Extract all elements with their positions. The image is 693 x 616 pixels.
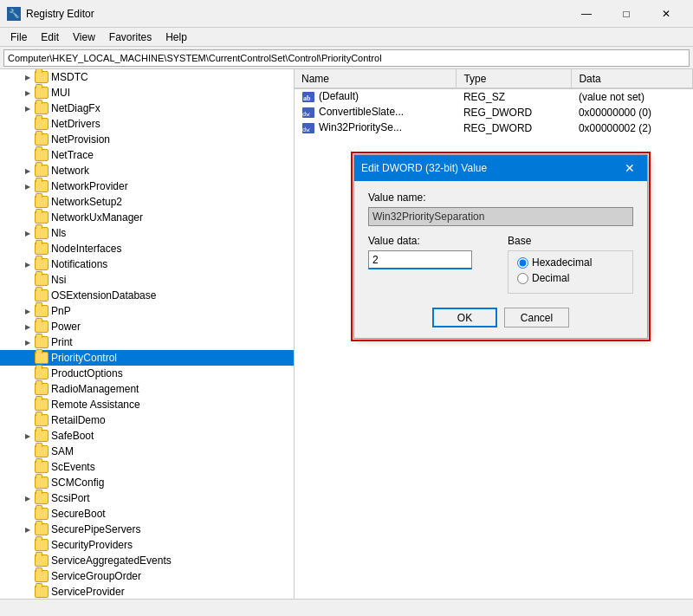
hexadecimal-option[interactable]: Hexadecimal: [517, 256, 624, 269]
tree-arrow-icon: [21, 117, 35, 131]
value-data-col: Value data:: [368, 235, 494, 294]
folder-icon: [35, 118, 49, 130]
menu-view[interactable]: View: [66, 28, 102, 47]
tree-item[interactable]: ScsiPort: [0, 490, 294, 506]
col-name[interactable]: Name: [295, 69, 457, 88]
col-type[interactable]: Type: [457, 69, 572, 88]
menu-favorites[interactable]: Favorites: [102, 28, 159, 47]
menu-edit[interactable]: Edit: [34, 28, 66, 47]
folder-icon: [35, 430, 49, 442]
tree-item[interactable]: Remote Assistance: [0, 397, 294, 412]
tree-item[interactable]: NetTrace: [0, 147, 294, 163]
tree-item[interactable]: ProductOptions: [0, 366, 294, 381]
tree-item[interactable]: Print: [0, 334, 294, 350]
menu-help[interactable]: Help: [159, 28, 194, 47]
tree-label: Remote Assistance: [51, 399, 140, 411]
value-data-input[interactable]: [368, 250, 472, 269]
tree-item[interactable]: SecureBoot: [0, 506, 294, 522]
tree-item[interactable]: NodeInterfaces: [0, 241, 294, 256]
folder-icon: [35, 414, 49, 426]
tree-label: SCMConfig: [51, 477, 104, 489]
tree-item[interactable]: NetworkSetup2: [0, 194, 294, 210]
close-button[interactable]: ✕: [646, 0, 686, 28]
tree-arrow-icon: [21, 148, 35, 162]
tree-item[interactable]: MSDTC: [0, 69, 294, 85]
col-data[interactable]: Data: [572, 69, 693, 88]
tree-arrow-icon: [21, 289, 35, 302]
tree-item[interactable]: ServiceProvider: [0, 584, 294, 599]
tree-arrow-icon: [21, 444, 35, 458]
cell-type: REG_SZ: [457, 88, 572, 105]
tree-arrow-icon: [21, 491, 35, 505]
value-name-input[interactable]: [368, 207, 633, 226]
tree-item[interactable]: NetworkUxManager: [0, 210, 294, 225]
tree-item[interactable]: RetailDemo: [0, 412, 294, 428]
tree-item[interactable]: OSExtensionDatabase: [0, 288, 294, 303]
tree-item[interactable]: SCMConfig: [0, 475, 294, 490]
tree-item[interactable]: Power: [0, 319, 294, 334]
tree-label: MSDTC: [51, 71, 88, 83]
decimal-radio[interactable]: [517, 273, 528, 284]
svg-text:dw: dw: [302, 111, 310, 118]
edit-dword-dialog[interactable]: Edit DWORD (32-bit) Value ✕ Value name: …: [353, 154, 648, 339]
dialog-buttons: OK Cancel: [368, 304, 633, 327]
folder-icon: [35, 258, 49, 270]
tree-item[interactable]: NetProvision: [0, 132, 294, 147]
cell-name: dwConvertibleSlate...: [295, 105, 457, 120]
tree-label: NetDiagFx: [51, 102, 100, 114]
tree-item[interactable]: MUI: [0, 85, 294, 101]
window-title: Registry Editor: [26, 8, 567, 20]
tree-item[interactable]: SAM: [0, 444, 294, 459]
tree-item[interactable]: Network: [0, 163, 294, 178]
folder-icon: [35, 180, 49, 192]
dialog-row: Value data: Base Hexadecimal Decimal: [368, 235, 633, 294]
table-row[interactable]: ab(Default)REG_SZ(value not set): [295, 88, 693, 105]
tree-label: NetProvision: [51, 133, 110, 146]
value-data-label: Value data:: [368, 235, 494, 247]
tree-arrow-icon: [21, 133, 35, 146]
tree-item[interactable]: PriorityControl: [0, 350, 294, 366]
tree-item[interactable]: NetworkProvider: [0, 178, 294, 194]
folder-icon: [35, 227, 49, 239]
tree-item[interactable]: SafeBoot: [0, 428, 294, 444]
table-row[interactable]: dwConvertibleSlate...REG_DWORD0x00000000…: [295, 105, 693, 120]
minimize-button[interactable]: —: [567, 0, 606, 28]
tree-arrow-icon: [21, 211, 35, 224]
folder-icon: [35, 539, 49, 551]
dialog-close-button[interactable]: ✕: [619, 158, 640, 178]
tree-arrow-icon: [21, 585, 35, 599]
address-path[interactable]: Computer\HKEY_LOCAL_MACHINE\SYSTEM\Curre…: [3, 49, 690, 67]
tree-arrow-icon: [21, 538, 35, 552]
svg-text:ab: ab: [303, 94, 311, 102]
tree-item[interactable]: ServiceGroupOrder: [0, 568, 294, 584]
tree-label: SecurePipeServers: [51, 523, 140, 535]
reg-dword-icon: dw: [301, 121, 315, 135]
tree-item[interactable]: NetDrivers: [0, 116, 294, 132]
tree-item[interactable]: PnP: [0, 303, 294, 319]
folder-icon: [35, 367, 49, 379]
ok-button[interactable]: OK: [432, 308, 497, 327]
tree-item[interactable]: ServiceAggregatedEvents: [0, 553, 294, 568]
hexadecimal-radio[interactable]: [517, 257, 528, 269]
tree-arrow-icon: [21, 101, 35, 115]
tree-item[interactable]: SecurityProviders: [0, 537, 294, 553]
tree-item[interactable]: Notifications: [0, 256, 294, 272]
tree-item[interactable]: RadioManagement: [0, 381, 294, 397]
menu-file[interactable]: File: [3, 28, 34, 47]
tree-arrow-icon: [21, 242, 35, 256]
table-row[interactable]: dwWin32PrioritySe...REG_DWORD0x00000002 …: [295, 120, 693, 136]
tree-panel[interactable]: MSDTCMUINetDiagFxNetDriversNetProvisionN…: [0, 69, 295, 599]
tree-label: ScsiPort: [51, 492, 90, 504]
maximize-button[interactable]: □: [606, 0, 646, 28]
tree-item[interactable]: Nls: [0, 225, 294, 241]
tree-label: PriorityControl: [51, 352, 117, 364]
decimal-option[interactable]: Decimal: [517, 272, 624, 284]
cancel-button[interactable]: Cancel: [504, 308, 569, 327]
tree-item[interactable]: NetDiagFx: [0, 101, 294, 116]
tree-arrow-icon: [21, 351, 35, 365]
base-label: Base: [508, 235, 633, 247]
folder-icon: [35, 102, 49, 114]
tree-item[interactable]: Nsi: [0, 272, 294, 288]
tree-item[interactable]: ScEvents: [0, 459, 294, 475]
tree-item[interactable]: SecurePipeServers: [0, 522, 294, 537]
